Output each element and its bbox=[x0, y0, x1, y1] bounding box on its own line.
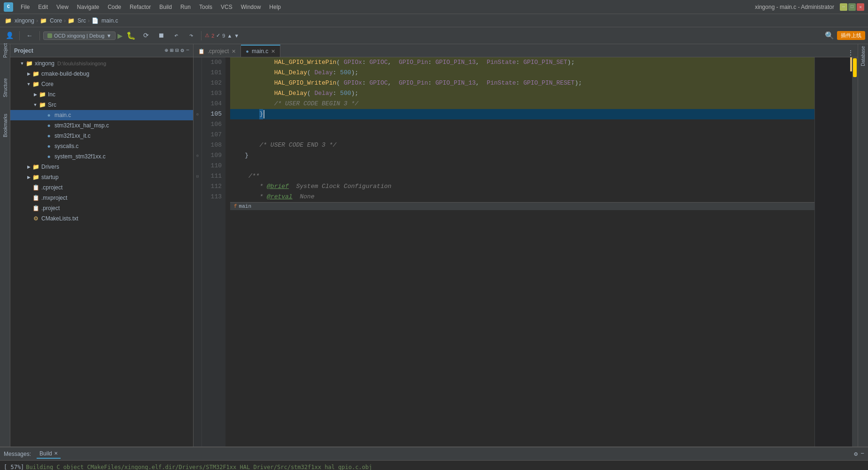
tree-project[interactable]: 📋 .project bbox=[10, 203, 193, 213]
check-icon: ✓ bbox=[216, 32, 220, 39]
tree-cproject[interactable]: 📋 .cproject bbox=[10, 182, 193, 193]
tree-inc[interactable]: ▶ 📁 Inc bbox=[10, 89, 193, 100]
ln-104: 104 bbox=[206, 99, 222, 109]
build-tab-close[interactable]: ✕ bbox=[54, 451, 58, 456]
code-line-104: /* USER CODE BEGIN 3 */ bbox=[230, 99, 814, 109]
build-text: Building C object CMakeFiles/xingong.elf… bbox=[26, 464, 372, 470]
menu-run[interactable]: Run bbox=[177, 3, 194, 11]
ln-110: 110 bbox=[206, 161, 222, 171]
tree-system[interactable]: ● system_stm32f1xx.c bbox=[10, 151, 193, 162]
tree-hal-msp-label: stm32f1xx_hal_msp.c bbox=[54, 122, 109, 129]
menu-file[interactable]: File bbox=[17, 3, 33, 11]
debug-button[interactable]: 🐛 bbox=[124, 30, 138, 42]
tree-main-c[interactable]: ● main.c bbox=[10, 110, 193, 120]
tree-cmakelists[interactable]: ⚙ CMakeLists.txt bbox=[10, 213, 193, 224]
folder-icon-drivers: 📁 bbox=[32, 164, 39, 170]
code-line-111: /** bbox=[230, 171, 814, 181]
tab-main-close[interactable]: ✕ bbox=[271, 48, 275, 55]
editor-code-content[interactable]: HAL_GPIO_WritePin( GPIOx: GPIOC, GPIO_Pi… bbox=[225, 57, 814, 446]
menu-edit[interactable]: Edit bbox=[34, 3, 52, 11]
project-add-icon[interactable]: ⊕ bbox=[165, 47, 168, 54]
toolbar-search-icon[interactable]: 🔍 bbox=[825, 31, 834, 40]
toolbar-person-icon[interactable]: 👤 bbox=[3, 30, 16, 42]
messages-label: Messages: bbox=[4, 451, 31, 457]
run-button[interactable]: ▶ bbox=[117, 31, 123, 41]
tab-cproject-close[interactable]: ✕ bbox=[232, 48, 236, 55]
file-icon-hal-it: ● bbox=[45, 133, 53, 139]
tree-drivers[interactable]: ▶ 📁 Drivers bbox=[10, 162, 193, 172]
scrollbar-thumb[interactable] bbox=[853, 58, 857, 77]
toolbar-btn5[interactable]: ↶ bbox=[170, 30, 183, 42]
project-expand-icon[interactable]: ⊞ bbox=[170, 47, 173, 54]
tab-cproject[interactable]: 📋 .cproject ✕ bbox=[194, 46, 241, 57]
bottom-settings-icon[interactable]: ⚙ bbox=[854, 450, 858, 458]
project-panel-header: Project ⊕ ⊞ ⊟ ⚙ − bbox=[10, 44, 193, 57]
menu-navigate[interactable]: Navigate bbox=[73, 3, 103, 11]
toolbar-btn3[interactable]: ⟳ bbox=[140, 30, 153, 42]
sidebar-bookmarks-tab[interactable]: Bookmarks bbox=[1, 121, 9, 130]
ln-107: 107 bbox=[206, 130, 222, 140]
folder-icon-root: 📁 bbox=[25, 60, 33, 67]
colon-100: : bbox=[362, 57, 370, 68]
tree-core[interactable]: ▼ 📁 Core bbox=[10, 79, 193, 89]
tab-main-c[interactable]: ● main.c ✕ bbox=[241, 45, 280, 57]
tree-hal-msp[interactable]: ● stm32f1xx_hal_msp.c bbox=[10, 120, 193, 131]
menu-window[interactable]: Window bbox=[237, 3, 265, 11]
tab-overflow-icon[interactable]: ⋮ bbox=[847, 49, 854, 57]
minimize-button[interactable]: — bbox=[840, 3, 847, 11]
right-database-tab[interactable]: Database bbox=[860, 46, 866, 66]
pin-102: GPIO_Pin bbox=[395, 78, 428, 88]
menu-build[interactable]: Build bbox=[155, 3, 176, 11]
menu-tools[interactable]: Tools bbox=[195, 3, 216, 11]
breadcrumb-file-icon: 📄 bbox=[92, 17, 99, 24]
breadcrumb-file[interactable]: main.c bbox=[101, 17, 118, 24]
editor-scrollbar[interactable] bbox=[852, 57, 858, 446]
tree-src[interactable]: ▼ 📁 Src bbox=[10, 100, 193, 110]
gutter-105: ⊙ bbox=[194, 109, 202, 119]
menu-refactor[interactable]: Refactor bbox=[126, 3, 155, 11]
menu-vcs[interactable]: VCS bbox=[217, 3, 236, 11]
tree-core-label: Core bbox=[41, 81, 54, 87]
sidebar-structure-tab[interactable]: Structure bbox=[1, 84, 9, 92]
project-settings-icon[interactable]: ⚙ bbox=[181, 47, 184, 54]
tree-cmake-label: cmake-build-debug bbox=[41, 70, 89, 77]
tree-root-label: xingong bbox=[35, 60, 54, 67]
toolbar-btn4[interactable]: ⏹ bbox=[155, 30, 168, 42]
bottom-panel: Messages: Build ✕ ⚙ − [ 57%]Building C o… bbox=[0, 446, 868, 470]
project-minimize-icon[interactable]: − bbox=[186, 47, 189, 54]
bottom-minimize-icon[interactable]: − bbox=[860, 450, 864, 458]
app-icon: C bbox=[4, 2, 13, 12]
error-warning-indicator[interactable]: ⚠ 2 ✓ 9 ▲ ▼ bbox=[205, 32, 239, 39]
close-button[interactable]: ✕ bbox=[857, 3, 864, 11]
run-config-selector[interactable]: OCD xingong | Debug ▼ bbox=[43, 31, 116, 40]
breadcrumb-xingong[interactable]: xingong bbox=[15, 17, 34, 24]
csdn-badge[interactable]: 插件上线 bbox=[837, 31, 865, 40]
run-config-dot bbox=[47, 33, 52, 38]
project-collapse-icon[interactable]: ⊟ bbox=[175, 47, 178, 54]
file-icon-syscalls: ● bbox=[45, 143, 53, 149]
menu-bar: C File Edit View Navigate Code Refactor … bbox=[0, 0, 868, 14]
tree-mxproject[interactable]: 📋 .mxproject bbox=[10, 193, 193, 203]
menu-code[interactable]: Code bbox=[104, 3, 125, 11]
code-line-107 bbox=[230, 130, 814, 140]
tree-syscalls[interactable]: ● syscalls.c bbox=[10, 141, 193, 151]
breadcrumb-sep3: › bbox=[88, 17, 90, 24]
tree-root[interactable]: ▼ 📁 xingong D:\loulu\shisi\xingong bbox=[10, 58, 193, 69]
tree-startup[interactable]: ▶ 📁 startup bbox=[10, 172, 193, 182]
sidebar-project-tab[interactable]: Project bbox=[1, 46, 9, 55]
breadcrumb-core[interactable]: Core bbox=[50, 17, 62, 24]
menu-help[interactable]: Help bbox=[265, 3, 285, 11]
toolbar-btn6[interactable]: ↷ bbox=[185, 30, 198, 42]
build-tab[interactable]: Build ✕ bbox=[37, 449, 61, 459]
tree-hal-it-label: stm32f1xx_it.c bbox=[54, 133, 91, 139]
menu-view[interactable]: View bbox=[53, 3, 72, 11]
maximize-button[interactable]: □ bbox=[848, 3, 856, 11]
breadcrumb-src[interactable]: Src bbox=[78, 17, 86, 24]
chevron-up-icon[interactable]: ▲ bbox=[227, 33, 232, 39]
toolbar-back-icon[interactable]: ← bbox=[23, 30, 36, 42]
chevron-down-icon[interactable]: ▼ bbox=[234, 33, 239, 39]
tree-cmake-build[interactable]: ▶ 📁 cmake-build-debug bbox=[10, 69, 193, 79]
code-line-109: } bbox=[230, 150, 814, 161]
bottom-tab-actions: ⚙ − bbox=[854, 450, 864, 458]
tree-hal-it[interactable]: ● stm32f1xx_it.c bbox=[10, 131, 193, 141]
